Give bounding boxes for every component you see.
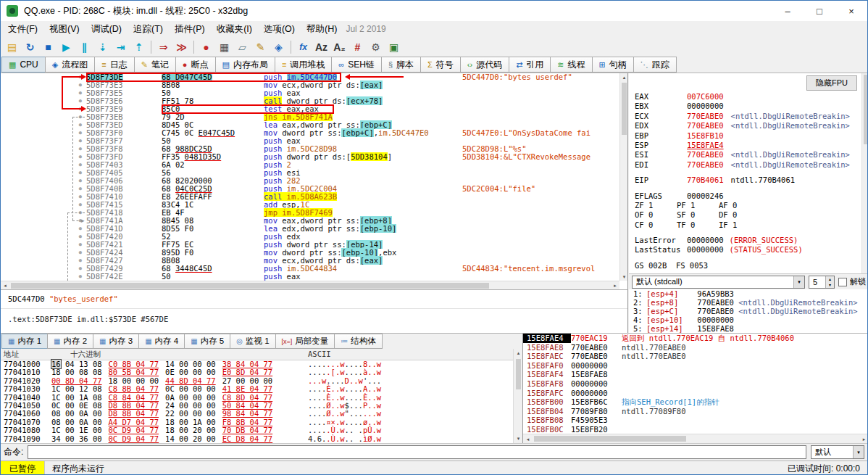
breakpoint-gutter[interactable]: ● xyxy=(1,201,86,209)
breakpoint-gutter[interactable]: ● xyxy=(1,161,86,169)
selected-byte[interactable]: 16 xyxy=(51,360,61,368)
breakpoint-gutter[interactable]: ● xyxy=(1,177,86,185)
argument-count-stepper[interactable]: 5 ▴ ▾ xyxy=(809,276,835,289)
toolbar-breakpoints-icon[interactable]: ● xyxy=(197,38,215,55)
toolbar-memory-map-icon[interactable]: ▦ xyxy=(215,38,233,55)
toolbar-case-a2-icon[interactable]: A₂ xyxy=(330,38,349,55)
breakpoint-dot-icon[interactable]: ● xyxy=(79,89,82,97)
breakpoint-gutter[interactable]: ● xyxy=(1,193,86,201)
scroll-down-icon[interactable]: ▾ xyxy=(620,273,628,281)
breakpoint-dot-icon[interactable]: ● xyxy=(79,257,82,265)
breakpoint-gutter[interactable]: ● xyxy=(1,73,86,81)
breakpoint-dot-icon[interactable]: ● xyxy=(79,201,82,209)
breakpoint-dot-icon[interactable]: ● xyxy=(79,97,82,105)
menu-item[interactable]: 视图(V) xyxy=(43,21,85,38)
breakpoint-dot-icon[interactable]: ● xyxy=(79,177,82,185)
breakpoint-dot-icon[interactable]: ● xyxy=(79,105,82,113)
menu-item[interactable]: 文件(F) xyxy=(2,21,43,38)
breakpoint-gutter[interactable]: ● xyxy=(1,105,86,113)
dump-tab-memory-5[interactable]: ▦内存 5 xyxy=(184,334,230,349)
stack-row[interactable]: 15E8FAF000000000 xyxy=(523,361,868,371)
breakpoint-dot-icon[interactable]: ● xyxy=(79,193,82,201)
scroll-up-icon[interactable]: ▴ xyxy=(620,73,628,81)
toolbar-case-az-icon[interactable]: Az xyxy=(312,38,330,55)
tab-call-stack[interactable]: ≡调用堆栈 xyxy=(275,57,332,73)
breakpoint-gutter[interactable]: ● xyxy=(1,265,86,273)
breakpoint-dot-icon[interactable]: ● xyxy=(79,273,82,281)
tab-seh[interactable]: ∞SEH链 xyxy=(331,57,382,73)
stack-row[interactable]: 15E8FAE8770EABE0ntdll.770EABE0 xyxy=(523,343,868,352)
dump-tab-struct[interactable]: ≔结构体 xyxy=(334,334,383,349)
stack-row[interactable]: 15E8FAE4770EAC19返回到 ntdll.770EAC19 自 ntd… xyxy=(523,334,868,343)
breakpoint-gutter[interactable]: ● xyxy=(1,145,86,153)
toolbar-stop-icon[interactable]: ■ xyxy=(39,38,57,55)
argument-row[interactable]: 3:[esp+C] 770EABE0 <ntdll.DbgUiRemoteBre… xyxy=(629,307,868,315)
stack-row[interactable]: 15E8FAFC00000000 xyxy=(523,389,868,398)
breakpoint-gutter[interactable]: ● xyxy=(1,137,86,145)
toolbar-graph-icon[interactable]: ◈ xyxy=(270,38,288,55)
toolbar-settings-gear-icon[interactable]: ⚙ xyxy=(367,38,385,55)
scroll-thumb[interactable] xyxy=(864,75,868,144)
breakpoint-gutter[interactable]: ● xyxy=(1,233,86,241)
disasm-row[interactable]: ●5D8F742E50push eax xyxy=(1,273,619,281)
tab-handles[interactable]: ⊞句柄 xyxy=(592,57,634,73)
dump-tab-watch-1[interactable]: ◎监视 1 xyxy=(230,334,275,349)
breakpoint-dot-icon[interactable]: ● xyxy=(79,113,82,121)
tab-references[interactable]: ⇄引用 xyxy=(509,57,551,73)
breakpoint-gutter[interactable]: ● xyxy=(1,97,86,105)
breakpoint-dot-icon[interactable]: ● xyxy=(79,185,82,193)
breakpoint-dot-icon[interactable]: ● xyxy=(79,241,82,249)
stack-row[interactable]: 15E8FAF800000000 xyxy=(523,379,868,389)
scroll-thumb[interactable] xyxy=(516,359,521,389)
dump-tab-memory-2[interactable]: ▦内存 2 xyxy=(47,334,93,349)
breakpoint-dot-icon[interactable]: ● xyxy=(79,137,82,145)
spinner-down-icon[interactable]: ▾ xyxy=(826,282,834,288)
argument-row[interactable]: 2:[esp+8] 770EABE0 <ntdll.DbgUiRemoteBre… xyxy=(629,298,868,307)
breakpoint-gutter[interactable]: ● xyxy=(1,81,86,89)
stack-row[interactable]: 15E8FB08F45905E3 xyxy=(523,416,868,425)
chevron-down-icon[interactable]: ▾ xyxy=(793,276,804,288)
disasm-hscrollbar[interactable]: ◂ ▸ xyxy=(1,281,619,289)
menu-item[interactable]: 帮助(H) xyxy=(301,21,343,38)
tab-threads[interactable]: ≋线程 xyxy=(550,57,592,73)
breakpoint-dot-icon[interactable]: ● xyxy=(79,209,82,217)
breakpoint-dot-icon[interactable]: ● xyxy=(79,249,82,257)
menu-item[interactable]: 追踪(T) xyxy=(128,21,169,38)
breakpoint-gutter[interactable]: ● xyxy=(1,241,86,249)
menu-item[interactable]: 收藏夹(I) xyxy=(211,21,258,38)
breakpoint-dot-icon[interactable]: ● xyxy=(79,81,82,89)
argument-row[interactable]: 4:[esp+10] 00000000 xyxy=(629,315,868,324)
scroll-up-icon[interactable]: ▴ xyxy=(514,349,523,358)
breakpoint-gutter[interactable]: ● xyxy=(1,257,86,265)
tab-trace[interactable]: ⋱跟踪 xyxy=(633,57,677,73)
tab-cpu[interactable]: ▦CPU xyxy=(1,57,46,73)
scroll-thumb[interactable] xyxy=(622,83,627,135)
breakpoint-dot-icon[interactable]: ● xyxy=(79,153,82,161)
toolbar-step-over-icon[interactable]: ⇥ xyxy=(112,38,130,55)
breakpoint-gutter[interactable]: ● xyxy=(1,209,86,217)
breakpoint-gutter[interactable]: ● xyxy=(1,249,86,257)
breakpoint-gutter[interactable]: ● xyxy=(1,225,86,233)
toolbar-hash-icon[interactable]: # xyxy=(349,38,367,55)
argument-row[interactable]: 1:[esp+4] 96A59BB3 xyxy=(629,289,868,298)
stack-row[interactable]: 15E8FAF415E8FAE8 xyxy=(523,370,868,379)
breakpoint-gutter[interactable]: ● xyxy=(1,89,86,97)
dump-vscrollbar[interactable]: ▴ ▾ xyxy=(513,349,522,443)
stack-row[interactable]: 15E8FAEC770EABE0ntdll.770EABE0 xyxy=(523,352,868,361)
tab-graph[interactable]: ◈流程图 xyxy=(45,57,95,73)
breakpoint-dot-icon[interactable]: ● xyxy=(79,169,82,177)
disasm-vscrollbar[interactable]: ▴ ▾ xyxy=(619,73,627,281)
stack-hscrollbar[interactable]: ◂ ▸ xyxy=(523,434,868,443)
breakpoint-gutter[interactable]: ● xyxy=(1,185,86,193)
toolbar-functions-icon[interactable]: fx xyxy=(294,38,312,55)
breakpoint-gutter[interactable]: ● xyxy=(1,153,86,161)
toolbar-pause-icon[interactable]: ∥ xyxy=(75,38,93,55)
dump-tab-locals[interactable]: [x=]局部变量 xyxy=(275,334,335,349)
breakpoint-gutter[interactable]: ● xyxy=(1,129,86,137)
tab-script[interactable]: §脚本 xyxy=(381,57,421,73)
command-input[interactable] xyxy=(28,445,806,459)
toolbar-step-into-icon[interactable]: ⇣ xyxy=(93,38,112,55)
toolbar-computer-icon[interactable]: ▣ xyxy=(385,38,403,55)
menu-item[interactable]: 插件(P) xyxy=(169,21,211,38)
argument-row[interactable]: 5:[esp+14] 15E8FAE8 xyxy=(629,324,868,333)
